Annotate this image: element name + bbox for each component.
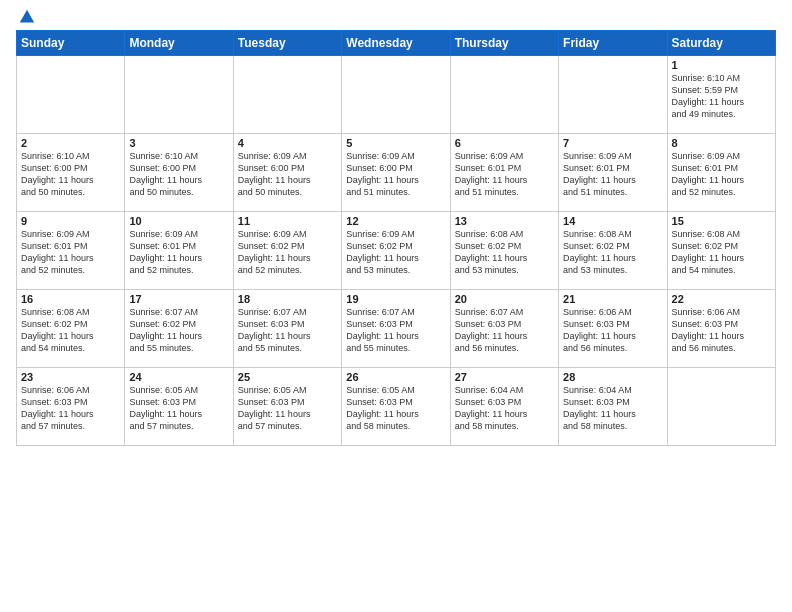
day-cell: 23Sunrise: 6:06 AM Sunset: 6:03 PM Dayli… [17,368,125,446]
week-row-3: 9Sunrise: 6:09 AM Sunset: 6:01 PM Daylig… [17,212,776,290]
day-cell: 7Sunrise: 6:09 AM Sunset: 6:01 PM Daylig… [559,134,667,212]
days-header-row: SundayMondayTuesdayWednesdayThursdayFrid… [17,31,776,56]
day-cell: 16Sunrise: 6:08 AM Sunset: 6:02 PM Dayli… [17,290,125,368]
day-info: Sunrise: 6:09 AM Sunset: 6:01 PM Dayligh… [129,228,228,277]
day-number: 22 [672,293,771,305]
day-cell: 27Sunrise: 6:04 AM Sunset: 6:03 PM Dayli… [450,368,558,446]
day-info: Sunrise: 6:04 AM Sunset: 6:03 PM Dayligh… [455,384,554,433]
logo [16,16,36,24]
day-number: 16 [21,293,120,305]
day-cell [667,368,775,446]
day-cell: 24Sunrise: 6:05 AM Sunset: 6:03 PM Dayli… [125,368,233,446]
day-info: Sunrise: 6:08 AM Sunset: 6:02 PM Dayligh… [563,228,662,277]
day-info: Sunrise: 6:06 AM Sunset: 6:03 PM Dayligh… [21,384,120,433]
week-row-1: 1Sunrise: 6:10 AM Sunset: 5:59 PM Daylig… [17,56,776,134]
day-header-saturday: Saturday [667,31,775,56]
day-info: Sunrise: 6:09 AM Sunset: 6:00 PM Dayligh… [346,150,445,199]
week-row-5: 23Sunrise: 6:06 AM Sunset: 6:03 PM Dayli… [17,368,776,446]
day-info: Sunrise: 6:07 AM Sunset: 6:03 PM Dayligh… [346,306,445,355]
day-number: 4 [238,137,337,149]
day-info: Sunrise: 6:05 AM Sunset: 6:03 PM Dayligh… [346,384,445,433]
day-header-wednesday: Wednesday [342,31,450,56]
day-cell: 26Sunrise: 6:05 AM Sunset: 6:03 PM Dayli… [342,368,450,446]
day-cell: 13Sunrise: 6:08 AM Sunset: 6:02 PM Dayli… [450,212,558,290]
day-info: Sunrise: 6:09 AM Sunset: 6:00 PM Dayligh… [238,150,337,199]
day-cell: 3Sunrise: 6:10 AM Sunset: 6:00 PM Daylig… [125,134,233,212]
day-cell [125,56,233,134]
day-cell: 18Sunrise: 6:07 AM Sunset: 6:03 PM Dayli… [233,290,341,368]
day-info: Sunrise: 6:09 AM Sunset: 6:01 PM Dayligh… [563,150,662,199]
day-info: Sunrise: 6:07 AM Sunset: 6:02 PM Dayligh… [129,306,228,355]
day-cell [342,56,450,134]
day-number: 13 [455,215,554,227]
day-header-sunday: Sunday [17,31,125,56]
day-number: 9 [21,215,120,227]
day-info: Sunrise: 6:09 AM Sunset: 6:02 PM Dayligh… [238,228,337,277]
day-cell: 20Sunrise: 6:07 AM Sunset: 6:03 PM Dayli… [450,290,558,368]
day-number: 26 [346,371,445,383]
day-cell: 8Sunrise: 6:09 AM Sunset: 6:01 PM Daylig… [667,134,775,212]
day-cell [17,56,125,134]
day-info: Sunrise: 6:06 AM Sunset: 6:03 PM Dayligh… [563,306,662,355]
day-cell [450,56,558,134]
day-cell: 17Sunrise: 6:07 AM Sunset: 6:02 PM Dayli… [125,290,233,368]
day-cell: 9Sunrise: 6:09 AM Sunset: 6:01 PM Daylig… [17,212,125,290]
header [16,12,776,24]
day-cell: 21Sunrise: 6:06 AM Sunset: 6:03 PM Dayli… [559,290,667,368]
day-cell: 25Sunrise: 6:05 AM Sunset: 6:03 PM Dayli… [233,368,341,446]
day-cell [559,56,667,134]
day-number: 27 [455,371,554,383]
day-number: 5 [346,137,445,149]
day-cell: 19Sunrise: 6:07 AM Sunset: 6:03 PM Dayli… [342,290,450,368]
day-number: 15 [672,215,771,227]
day-number: 23 [21,371,120,383]
day-number: 11 [238,215,337,227]
day-info: Sunrise: 6:07 AM Sunset: 6:03 PM Dayligh… [455,306,554,355]
day-number: 24 [129,371,228,383]
day-cell: 14Sunrise: 6:08 AM Sunset: 6:02 PM Dayli… [559,212,667,290]
day-number: 6 [455,137,554,149]
day-cell: 5Sunrise: 6:09 AM Sunset: 6:00 PM Daylig… [342,134,450,212]
day-number: 14 [563,215,662,227]
day-cell [233,56,341,134]
day-cell: 2Sunrise: 6:10 AM Sunset: 6:00 PM Daylig… [17,134,125,212]
week-row-2: 2Sunrise: 6:10 AM Sunset: 6:00 PM Daylig… [17,134,776,212]
day-cell: 4Sunrise: 6:09 AM Sunset: 6:00 PM Daylig… [233,134,341,212]
day-number: 17 [129,293,228,305]
day-cell: 15Sunrise: 6:08 AM Sunset: 6:02 PM Dayli… [667,212,775,290]
day-info: Sunrise: 6:10 AM Sunset: 6:00 PM Dayligh… [21,150,120,199]
day-info: Sunrise: 6:05 AM Sunset: 6:03 PM Dayligh… [238,384,337,433]
day-header-tuesday: Tuesday [233,31,341,56]
day-number: 2 [21,137,120,149]
day-number: 7 [563,137,662,149]
day-cell: 6Sunrise: 6:09 AM Sunset: 6:01 PM Daylig… [450,134,558,212]
week-row-4: 16Sunrise: 6:08 AM Sunset: 6:02 PM Dayli… [17,290,776,368]
day-header-friday: Friday [559,31,667,56]
day-cell: 11Sunrise: 6:09 AM Sunset: 6:02 PM Dayli… [233,212,341,290]
day-cell: 22Sunrise: 6:06 AM Sunset: 6:03 PM Dayli… [667,290,775,368]
day-number: 12 [346,215,445,227]
day-info: Sunrise: 6:08 AM Sunset: 6:02 PM Dayligh… [21,306,120,355]
day-number: 18 [238,293,337,305]
day-info: Sunrise: 6:08 AM Sunset: 6:02 PM Dayligh… [672,228,771,277]
day-cell: 28Sunrise: 6:04 AM Sunset: 6:03 PM Dayli… [559,368,667,446]
day-number: 3 [129,137,228,149]
day-number: 20 [455,293,554,305]
day-info: Sunrise: 6:09 AM Sunset: 6:01 PM Dayligh… [455,150,554,199]
day-info: Sunrise: 6:09 AM Sunset: 6:02 PM Dayligh… [346,228,445,277]
day-info: Sunrise: 6:09 AM Sunset: 6:01 PM Dayligh… [21,228,120,277]
day-cell: 12Sunrise: 6:09 AM Sunset: 6:02 PM Dayli… [342,212,450,290]
day-number: 25 [238,371,337,383]
calendar-table: SundayMondayTuesdayWednesdayThursdayFrid… [16,30,776,446]
day-info: Sunrise: 6:09 AM Sunset: 6:01 PM Dayligh… [672,150,771,199]
day-number: 8 [672,137,771,149]
day-info: Sunrise: 6:07 AM Sunset: 6:03 PM Dayligh… [238,306,337,355]
page: SundayMondayTuesdayWednesdayThursdayFrid… [0,0,792,612]
day-cell: 1Sunrise: 6:10 AM Sunset: 5:59 PM Daylig… [667,56,775,134]
day-info: Sunrise: 6:10 AM Sunset: 6:00 PM Dayligh… [129,150,228,199]
day-number: 10 [129,215,228,227]
day-header-monday: Monday [125,31,233,56]
day-cell: 10Sunrise: 6:09 AM Sunset: 6:01 PM Dayli… [125,212,233,290]
day-info: Sunrise: 6:04 AM Sunset: 6:03 PM Dayligh… [563,384,662,433]
day-info: Sunrise: 6:06 AM Sunset: 6:03 PM Dayligh… [672,306,771,355]
